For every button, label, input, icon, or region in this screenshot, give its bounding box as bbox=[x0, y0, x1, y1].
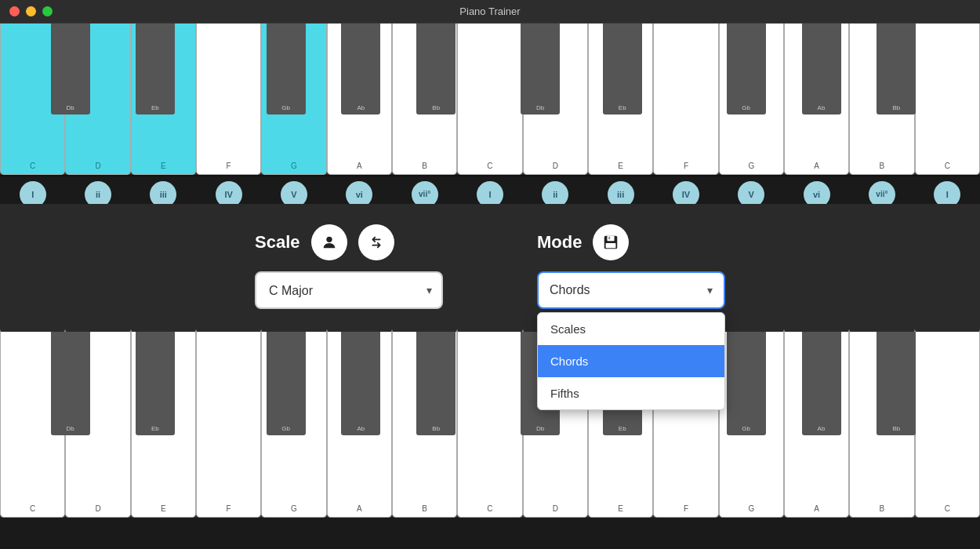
badge-slot-5: V bbox=[261, 176, 326, 204]
mode-option-scales[interactable]: Scales bbox=[538, 313, 724, 345]
mode-dropdown: Scales Chords Fifths bbox=[537, 312, 725, 410]
note-f1: F bbox=[227, 162, 231, 170]
mode-selected-value: Chords bbox=[550, 283, 590, 297]
note-g1: G bbox=[291, 162, 297, 170]
badge-slot-6: vi bbox=[327, 176, 392, 204]
roman-badge-IV-2[interactable]: IV bbox=[673, 181, 699, 205]
white-key-f1[interactable]: F bbox=[196, 24, 261, 175]
minimize-button[interactable] bbox=[26, 6, 36, 16]
save-icon bbox=[602, 234, 619, 251]
roman-badge-V-2[interactable]: V bbox=[738, 181, 764, 205]
roman-badge-IV-1[interactable]: IV bbox=[216, 181, 242, 205]
roman-badge-ii-1[interactable]: ii bbox=[85, 181, 111, 205]
svg-rect-4 bbox=[609, 237, 611, 240]
note-e1: E bbox=[161, 162, 166, 170]
badge-slot-4: IV bbox=[196, 176, 261, 204]
bwk-c2[interactable]: C bbox=[457, 329, 522, 518]
white-key-f2[interactable]: F bbox=[653, 24, 718, 175]
scale-select-container: C Major C Minor G Major D Major ▾ bbox=[255, 271, 443, 309]
mode-control-group: Mode Chords ▾ Scales Chords Fifths bbox=[537, 224, 725, 309]
svg-point-0 bbox=[326, 237, 332, 242]
controls-section: Scale C Major C Minor G Major D Major bbox=[0, 204, 980, 329]
traffic-lights bbox=[9, 6, 53, 16]
bbk-bb1[interactable]: Bb bbox=[416, 332, 456, 435]
roman-badge-I-1[interactable]: I bbox=[20, 181, 46, 205]
maximize-button[interactable] bbox=[42, 6, 53, 16]
note-c1: C bbox=[30, 162, 35, 170]
close-button[interactable] bbox=[9, 6, 20, 16]
mode-option-fifths[interactable]: Fifths bbox=[538, 377, 724, 409]
roman-badge-I-3[interactable]: I bbox=[934, 181, 960, 205]
mode-select-container: Chords ▾ Scales Chords Fifths bbox=[537, 271, 725, 309]
black-key-gb2[interactable]: Gb bbox=[727, 24, 766, 115]
bbk-ab2[interactable]: Ab bbox=[802, 332, 841, 435]
black-key-ab2[interactable]: Ab bbox=[802, 24, 841, 115]
scale-select[interactable]: C Major C Minor G Major D Major bbox=[255, 271, 443, 309]
roman-badge-V-1[interactable]: V bbox=[281, 181, 307, 205]
swap-icon bbox=[368, 234, 385, 251]
white-key-c2[interactable]: C bbox=[457, 24, 522, 175]
bwk-c3[interactable]: C bbox=[915, 329, 980, 518]
scale-header: Scale bbox=[255, 224, 394, 260]
piano-bottom-keys: C D E F G A B C D E F G A B C Db Eb Gb A… bbox=[0, 329, 980, 518]
badge-slot-3: iii bbox=[131, 176, 196, 204]
black-key-eb2[interactable]: Eb bbox=[603, 24, 642, 115]
roman-badge-vi-1[interactable]: vi bbox=[346, 181, 372, 205]
white-key-c3[interactable]: C bbox=[915, 24, 980, 175]
note-b1: B bbox=[422, 162, 427, 170]
black-key-ab1[interactable]: Ab bbox=[341, 24, 380, 115]
badge-slot-10: iii bbox=[588, 176, 653, 204]
roman-badge-vi-2[interactable]: vi bbox=[804, 181, 830, 205]
bbk-bb2[interactable]: Bb bbox=[877, 332, 916, 435]
badge-slot-9: ii bbox=[523, 176, 588, 204]
bbk-db1[interactable]: Db bbox=[51, 332, 90, 435]
scale-control-group: Scale C Major C Minor G Major D Major bbox=[255, 224, 443, 309]
roman-badge-iii-2[interactable]: iii bbox=[608, 181, 634, 205]
bbk-gb2[interactable]: Gb bbox=[727, 332, 766, 435]
roman-badge-iii-1[interactable]: iii bbox=[150, 181, 176, 205]
piano-bottom: C D E F G A B C D E F G A B C Db Eb Gb A… bbox=[0, 329, 980, 518]
piano-top: C D E F G A B C D E F G A B C Db Eb Gb bbox=[0, 24, 980, 204]
roman-badge-vii-2[interactable]: vii° bbox=[869, 181, 895, 205]
badge-slot-11: IV bbox=[653, 176, 718, 204]
roman-badge-vii-1[interactable]: vii° bbox=[412, 181, 438, 205]
mode-select-arrow: ▾ bbox=[707, 284, 713, 296]
person-button[interactable] bbox=[311, 224, 347, 260]
roman-badge-I-2[interactable]: I bbox=[477, 181, 503, 205]
badge-slot-13: vi bbox=[784, 176, 849, 204]
badge-slot-8: I bbox=[457, 176, 522, 204]
badge-slot-1: I bbox=[0, 176, 65, 204]
mode-select-display[interactable]: Chords ▾ bbox=[537, 271, 725, 309]
svg-rect-2 bbox=[608, 236, 615, 241]
black-key-eb1[interactable]: Eb bbox=[136, 24, 175, 115]
app-title: Piano Trainer bbox=[459, 5, 520, 17]
black-key-bb1[interactable]: Bb bbox=[416, 24, 456, 115]
badge-slot-12: V bbox=[719, 176, 784, 204]
note-a1: A bbox=[357, 162, 362, 170]
mode-label: Mode bbox=[537, 232, 582, 253]
person-icon bbox=[321, 234, 338, 251]
title-bar: Piano Trainer bbox=[0, 0, 980, 24]
black-key-db2[interactable]: Db bbox=[521, 24, 560, 115]
bbk-ab1[interactable]: Ab bbox=[341, 332, 380, 435]
roman-badge-ii-2[interactable]: ii bbox=[542, 181, 568, 205]
black-key-bb2[interactable]: Bb bbox=[877, 24, 916, 115]
bbk-gb1[interactable]: Gb bbox=[267, 332, 306, 435]
mode-header: Mode bbox=[537, 224, 629, 260]
black-key-gb1[interactable]: Gb bbox=[267, 24, 306, 115]
badge-slot-7: vii° bbox=[392, 176, 457, 204]
bwk-f1[interactable]: F bbox=[196, 329, 261, 518]
svg-rect-3 bbox=[606, 243, 616, 248]
note-d1: D bbox=[95, 162, 100, 170]
mode-option-chords[interactable]: Chords bbox=[538, 345, 724, 377]
badge-slot-14: vii° bbox=[849, 176, 914, 204]
roman-badges-row: I ii iii IV V vi vii° I ii iii IV bbox=[0, 176, 980, 204]
black-key-db1[interactable]: Db bbox=[51, 24, 90, 115]
swap-button[interactable] bbox=[358, 224, 394, 260]
scale-label: Scale bbox=[255, 232, 300, 253]
piano-keys-area: C D E F G A B C D E F G A B C Db Eb Gb bbox=[0, 24, 980, 176]
save-button[interactable] bbox=[593, 224, 629, 260]
bbk-eb1[interactable]: Eb bbox=[136, 332, 175, 435]
badge-slot-2: ii bbox=[65, 176, 130, 204]
badge-slot-15: I bbox=[915, 176, 980, 204]
